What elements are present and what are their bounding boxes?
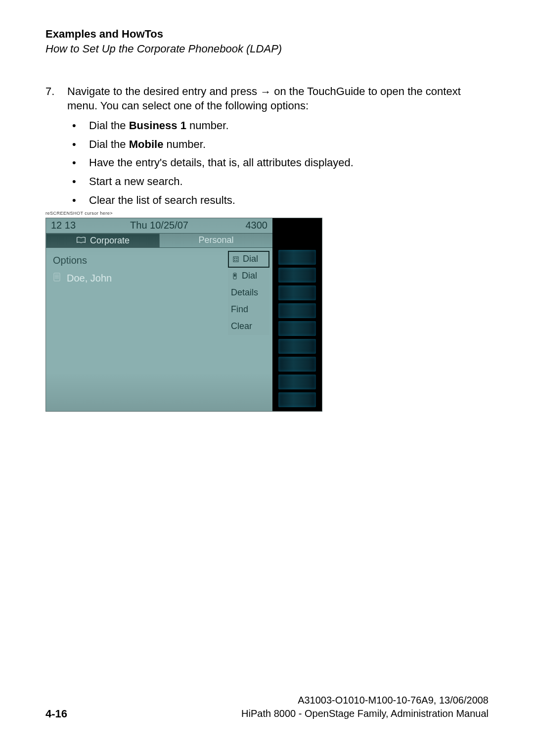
status-time: 12 13 (51, 219, 80, 232)
screenshot-caption: reSCREENSHOT cursor here> (45, 210, 322, 216)
softkey-slot[interactable] (278, 321, 316, 336)
context-find[interactable]: Find (228, 301, 269, 318)
tab-corporate[interactable]: Corporate (46, 234, 160, 247)
phone-softkey-sidebar (272, 218, 322, 411)
section-subtitle: How to Set Up the Corporate Phonebook (L… (45, 43, 489, 55)
softkey-slot[interactable] (278, 303, 316, 318)
context-dial-mobile[interactable]: Dial (228, 268, 269, 284)
softkey-slot[interactable] (278, 285, 316, 300)
context-label: Find (231, 303, 248, 315)
softkey-slot[interactable] (278, 250, 316, 265)
phonebook-entry[interactable]: Doe, John (53, 272, 112, 285)
arrow-right-icon: → (260, 85, 271, 99)
book-icon (76, 235, 86, 246)
svg-rect-7 (234, 260, 235, 261)
step-text: Navigate to the desired entry and press … (67, 84, 489, 113)
entry-name: Doe, John (67, 272, 112, 285)
tab-label: Personal (198, 234, 233, 246)
list-item: Dial the Mobile number. (67, 137, 489, 152)
softkey-slot[interactable] (278, 375, 316, 389)
options-list: Dial the Business 1 number. Dial the Mob… (45, 118, 489, 207)
svg-rect-8 (236, 260, 237, 261)
svg-rect-4 (233, 257, 238, 262)
softkey-slot[interactable] (278, 339, 316, 354)
page-number: 4-16 (45, 708, 67, 720)
context-menu: Dial Dial Details (228, 251, 269, 335)
contact-icon (53, 272, 61, 285)
phone-lcd: 12 13 Thu 10/25/07 4300 (46, 218, 272, 411)
svg-rect-6 (236, 258, 237, 259)
mobile-dial-icon (231, 272, 239, 280)
list-item: Clear the list of search results. (67, 193, 489, 208)
context-label: Dial (243, 253, 258, 265)
tab-bar: Corporate Personal (46, 233, 272, 248)
footer-info: A31003-O1010-M100-10-76A9, 13/06/2008 Hi… (241, 694, 489, 720)
status-date: Thu 10/25/07 (46, 219, 272, 232)
svg-rect-5 (234, 258, 235, 259)
context-dial-business[interactable]: Dial (228, 251, 269, 268)
step-number: 7. (45, 84, 67, 113)
status-bar: 12 13 Thu 10/25/07 4300 (46, 218, 272, 233)
status-extension: 4300 (246, 219, 268, 232)
tab-label: Corporate (90, 235, 130, 246)
phone-screenshot: 12 13 Thu 10/25/07 4300 (45, 218, 322, 412)
context-details[interactable]: Details (228, 284, 269, 301)
chapter-title: Examples and HowTos (45, 27, 489, 42)
doc-id: A31003-O1010-M100-10-76A9, 13/06/2008 (241, 694, 489, 707)
softkey-slot[interactable] (278, 392, 316, 407)
context-label: Clear (231, 320, 252, 332)
context-label: Details (231, 286, 258, 298)
softkey-slot[interactable] (278, 268, 316, 283)
svg-rect-10 (234, 274, 236, 277)
context-clear[interactable]: Clear (228, 318, 269, 335)
context-label: Dial (242, 270, 257, 282)
list-item: Have the entry's details, that is, all a… (67, 155, 489, 170)
list-item: Start a new search. (67, 174, 489, 189)
softkey-slot[interactable] (278, 357, 316, 372)
step-text-before: Navigate to the desired entry and press (67, 85, 260, 97)
doc-title: HiPath 8000 - OpenStage Family, Administ… (241, 707, 489, 720)
options-label[interactable]: Options (53, 254, 87, 267)
svg-rect-0 (54, 273, 60, 281)
business-dial-icon (232, 255, 240, 263)
list-item: Dial the Business 1 number. (67, 118, 489, 133)
tab-personal[interactable]: Personal (160, 234, 272, 247)
